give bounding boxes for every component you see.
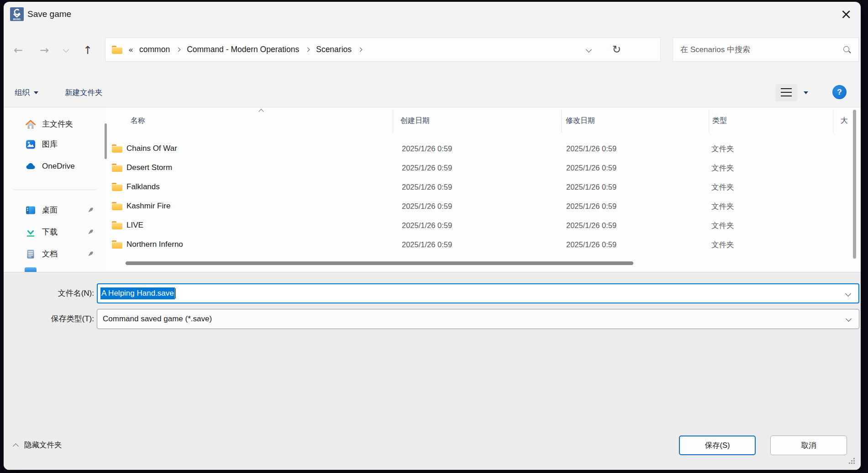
sidebar-item-partial-icon xyxy=(25,267,37,272)
file-modified: 2025/1/26 0:59 xyxy=(566,216,616,235)
hide-folders-button[interactable]: 隐藏文件夹 xyxy=(14,437,62,453)
breadcrumb-item-common[interactable]: common xyxy=(139,45,170,54)
file-type: 文件夹 xyxy=(711,216,734,235)
new-folder-button[interactable]: 新建文件夹 xyxy=(60,83,107,102)
file-type: 文件夹 xyxy=(711,177,734,197)
filename-value-selected: A Helping Hand.save xyxy=(100,287,175,299)
downloads-icon xyxy=(25,226,37,238)
column-divider[interactable] xyxy=(561,110,562,133)
forward-icon: → xyxy=(40,44,49,57)
file-name: Desert Storm xyxy=(126,158,172,177)
column-divider[interactable] xyxy=(709,110,709,133)
filename-dropdown-icon[interactable] xyxy=(845,291,851,297)
text-caret xyxy=(175,288,176,298)
file-row[interactable]: Chains Of War 2025/1/26 0:59 2025/1/26 0… xyxy=(106,139,850,158)
back-button[interactable]: ← xyxy=(8,40,28,60)
address-bar[interactable]: « common Command - Modern Operations Sce… xyxy=(105,37,661,62)
desktop-icon xyxy=(25,204,37,216)
view-dropdown-icon[interactable] xyxy=(804,91,808,94)
window-title: Save game xyxy=(27,9,71,19)
file-created: 2025/1/26 0:59 xyxy=(402,139,452,158)
documents-icon xyxy=(25,248,37,260)
file-row[interactable]: Desert Storm 2025/1/26 0:59 2025/1/26 0:… xyxy=(106,158,850,177)
sidebar-item-label: 图库 xyxy=(42,134,58,154)
column-header-created[interactable]: 创建日期 xyxy=(400,107,430,134)
file-type: 文件夹 xyxy=(711,158,734,177)
sidebar-item-home[interactable]: 主文件夹 xyxy=(4,114,100,134)
file-row[interactable]: Falklands 2025/1/26 0:59 2025/1/26 0:59 … xyxy=(106,177,850,197)
up-button[interactable]: ↑ xyxy=(78,40,98,60)
file-name: Chains Of War xyxy=(126,139,177,158)
sidebar-item-desktop[interactable]: 桌面 xyxy=(4,200,100,220)
folder-icon xyxy=(112,240,122,249)
search-placeholder: 在 Scenarios 中搜索 xyxy=(680,44,843,55)
organize-dropdown-icon xyxy=(34,91,38,94)
resize-grip-icon[interactable] xyxy=(849,458,855,464)
view-mode-button[interactable] xyxy=(775,84,797,101)
sort-ascending-icon xyxy=(258,109,263,114)
filetype-label: 保存类型(T): xyxy=(4,309,94,329)
sidebar-item-label: OneDrive xyxy=(42,156,75,176)
column-header-size[interactable]: 大 xyxy=(841,107,848,134)
breadcrumb-item-command-modern-operations[interactable]: Command - Modern Operations xyxy=(187,45,299,54)
column-divider[interactable] xyxy=(833,110,833,133)
breadcrumb-separator-icon xyxy=(358,48,363,52)
file-name: Kashmir Fire xyxy=(126,197,170,216)
file-created: 2025/1/26 0:59 xyxy=(402,177,452,197)
sidebar-item-downloads[interactable]: 下载 xyxy=(4,222,100,242)
folder-icon xyxy=(112,46,122,54)
column-divider[interactable] xyxy=(393,110,393,133)
column-header-name[interactable]: 名称 xyxy=(131,107,145,134)
refresh-button[interactable]: ↻ xyxy=(612,44,621,55)
column-header-type[interactable]: 类型 xyxy=(712,107,727,134)
gallery-icon xyxy=(25,138,37,150)
cancel-button[interactable]: 取消 xyxy=(770,436,847,455)
vertical-scrollbar[interactable] xyxy=(853,110,856,259)
breadcrumb-overflow[interactable]: « xyxy=(128,45,133,54)
titlebar: MANO Save game × xyxy=(4,2,861,27)
collapse-icon xyxy=(13,443,19,449)
form-panel: 文件名(N): A Helping Hand.save 保存类型(T): Com… xyxy=(4,272,861,470)
save-label: 保存(S) xyxy=(705,441,730,449)
back-icon: ← xyxy=(14,44,23,57)
address-dropdown-icon[interactable] xyxy=(586,47,592,53)
folder-icon xyxy=(112,164,122,172)
sidebar: 主文件夹 图库 One xyxy=(4,107,106,272)
content-area: 主文件夹 图库 One xyxy=(4,107,861,272)
save-game-dialog: MANO Save game × ← → ↑ « common Command … xyxy=(4,2,861,470)
file-type: 文件夹 xyxy=(711,235,734,254)
folder-icon xyxy=(112,202,122,210)
column-header-modified[interactable]: 修改日期 xyxy=(566,107,595,134)
up-icon: ↑ xyxy=(83,44,92,57)
search-box[interactable]: 在 Scenarios 中搜索 xyxy=(673,37,859,62)
sidebar-item-onedrive[interactable]: OneDrive xyxy=(4,156,100,176)
organize-button[interactable]: 组织 xyxy=(10,83,43,102)
home-icon xyxy=(25,118,37,130)
folder-icon xyxy=(112,183,122,191)
forward-button[interactable]: → xyxy=(34,40,54,60)
breadcrumb-separator-icon xyxy=(176,48,181,52)
history-dropdown-icon[interactable] xyxy=(63,47,69,53)
file-name: LIVE xyxy=(126,216,143,235)
sidebar-item-label: 主文件夹 xyxy=(42,114,73,134)
list-view-icon xyxy=(781,88,792,97)
sidebar-divider xyxy=(14,190,96,190)
file-modified: 2025/1/26 0:59 xyxy=(566,197,616,216)
help-button[interactable]: ? xyxy=(832,85,847,99)
file-row[interactable]: Northern Inferno 2025/1/26 0:59 2025/1/2… xyxy=(106,235,850,254)
file-row[interactable]: LIVE 2025/1/26 0:59 2025/1/26 0:59 文件夹 xyxy=(106,216,850,235)
filename-input[interactable]: A Helping Hand.save xyxy=(97,283,859,303)
close-button[interactable]: × xyxy=(836,5,857,24)
filetype-select[interactable]: Command saved game (*.save) xyxy=(97,309,859,329)
save-button[interactable]: 保存(S) xyxy=(679,436,756,455)
file-row[interactable]: Kashmir Fire 2025/1/26 0:59 2025/1/26 0:… xyxy=(106,197,850,216)
file-created: 2025/1/26 0:59 xyxy=(402,158,452,177)
breadcrumb-separator-icon xyxy=(305,48,310,52)
onedrive-icon xyxy=(25,160,37,172)
sidebar-item-gallery[interactable]: 图库 xyxy=(4,134,100,154)
file-modified: 2025/1/26 0:59 xyxy=(566,235,616,254)
horizontal-scrollbar[interactable] xyxy=(126,261,633,265)
close-icon: × xyxy=(840,6,852,22)
sidebar-item-documents[interactable]: 文档 xyxy=(4,244,100,264)
breadcrumb-item-scenarios[interactable]: Scenarios xyxy=(316,45,352,54)
